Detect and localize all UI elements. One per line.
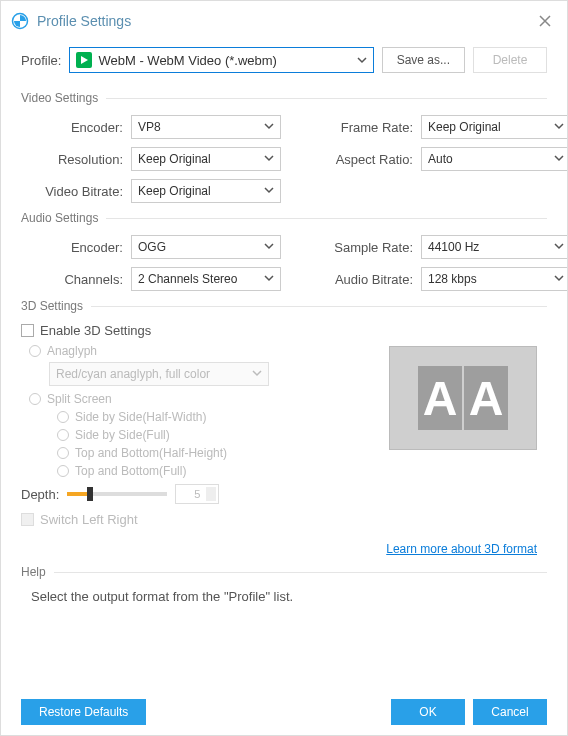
- resolution-dropdown[interactable]: Keep Original: [131, 147, 281, 171]
- chevron-down-icon: [554, 240, 564, 254]
- resolution-label: Resolution:: [21, 152, 131, 167]
- channels-label: Channels:: [21, 272, 131, 287]
- radio-icon: [29, 345, 41, 357]
- samplerate-label: Sample Rate:: [321, 240, 421, 255]
- depth-spinner: 5: [175, 484, 219, 504]
- app-icon: [11, 12, 29, 30]
- help-section-title: Help: [21, 565, 547, 579]
- audio-encoder-label: Encoder:: [21, 240, 131, 255]
- channels-dropdown[interactable]: 2 Channels Stereo: [131, 267, 281, 291]
- help-text: Select the output format from the "Profi…: [31, 589, 547, 604]
- 3d-section-title: 3D Settings: [21, 299, 547, 313]
- samplerate-dropdown[interactable]: 44100 Hz: [421, 235, 568, 259]
- radio-icon: [57, 447, 69, 459]
- vbitrate-dropdown[interactable]: Keep Original: [131, 179, 281, 203]
- abitrate-label: Audio Bitrate:: [321, 272, 421, 287]
- chevron-down-icon: [264, 152, 274, 166]
- radio-icon: [57, 465, 69, 477]
- chevron-down-icon: [554, 272, 564, 286]
- checkbox-icon: [21, 513, 34, 526]
- video-encoder-dropdown[interactable]: VP8: [131, 115, 281, 139]
- learn-3d-link[interactable]: Learn more about 3D format: [386, 542, 537, 556]
- audio-section-title: Audio Settings: [21, 211, 547, 225]
- video-section-title: Video Settings: [21, 91, 547, 105]
- framerate-label: Frame Rate:: [321, 120, 421, 135]
- chevron-down-icon: [264, 184, 274, 198]
- radio-icon: [57, 411, 69, 423]
- chevron-down-icon: [554, 120, 564, 134]
- 3d-preview: AA: [389, 346, 537, 450]
- abitrate-dropdown[interactable]: 128 kbps: [421, 267, 568, 291]
- aspect-dropdown[interactable]: Auto: [421, 147, 568, 171]
- cancel-button[interactable]: Cancel: [473, 699, 547, 725]
- chevron-down-icon: [264, 120, 274, 134]
- profile-dropdown[interactable]: WebM - WebM Video (*.webm): [69, 47, 373, 73]
- chevron-down-icon: [252, 367, 262, 381]
- anaglyph-mode-dropdown: Red/cyan anaglyph, full color: [49, 362, 269, 386]
- save-as-button[interactable]: Save as...: [382, 47, 465, 73]
- profile-label: Profile:: [21, 53, 61, 68]
- tab-full-radio: Top and Bottom(Full): [57, 464, 547, 478]
- video-encoder-label: Encoder:: [21, 120, 131, 135]
- window-title: Profile Settings: [37, 13, 131, 29]
- depth-slider: [67, 492, 167, 496]
- aspect-label: Aspect Ratio:: [321, 152, 421, 167]
- radio-icon: [57, 429, 69, 441]
- audio-encoder-dropdown[interactable]: OGG: [131, 235, 281, 259]
- chevron-down-icon: [554, 152, 564, 166]
- framerate-dropdown[interactable]: Keep Original: [421, 115, 568, 139]
- restore-defaults-button[interactable]: Restore Defaults: [21, 699, 146, 725]
- chevron-down-icon: [264, 272, 274, 286]
- radio-icon: [29, 393, 41, 405]
- delete-button: Delete: [473, 47, 547, 73]
- profile-value: WebM - WebM Video (*.webm): [98, 53, 276, 68]
- depth-label: Depth:: [21, 487, 59, 502]
- close-button[interactable]: [533, 9, 557, 33]
- checkbox-icon: [21, 324, 34, 337]
- play-icon: [76, 52, 92, 68]
- ok-button[interactable]: OK: [391, 699, 465, 725]
- chevron-down-icon: [264, 240, 274, 254]
- switch-lr-checkbox: Switch Left Right: [21, 512, 547, 527]
- enable-3d-checkbox[interactable]: Enable 3D Settings: [21, 323, 547, 338]
- chevron-down-icon: [357, 53, 367, 68]
- vbitrate-label: Video Bitrate:: [21, 184, 131, 199]
